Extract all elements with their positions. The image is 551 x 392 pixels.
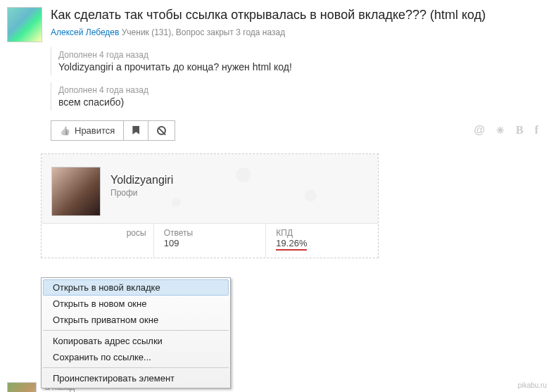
addendum-text: всем спасибо)	[58, 96, 538, 108]
profile-hover-card: Yoldizyangiri Профи росы Ответы 109 КПД …	[41, 153, 379, 258]
context-menu-item-save-link[interactable]: Сохранить по ссылке...	[43, 349, 229, 365]
context-menu-item-inspect[interactable]: Проинспектировать элемент	[43, 370, 229, 386]
profile-stat-kpd: КПД 19.26%	[266, 224, 378, 258]
question-author-link[interactable]: Алексей Лебедев	[51, 27, 119, 37]
block-button[interactable]	[148, 120, 175, 141]
context-menu-item-open-new-tab[interactable]: Открыть в новой вкладке	[43, 279, 229, 296]
addendum-text: Yoldizyangiri а прочитать до конца? нуже…	[58, 61, 538, 72]
stat-value	[51, 238, 146, 248]
addendum: Дополнен 4 года назад всем спасибо)	[51, 82, 538, 110]
addendum-timestamp: Дополнен 4 года назад	[58, 50, 538, 60]
thumb-up-icon	[60, 125, 70, 136]
context-menu-item-copy-link[interactable]: Копировать адрес ссылки	[43, 333, 229, 349]
profile-name[interactable]: Yoldizyangiri	[110, 174, 173, 186]
answer-author-avatar[interactable]	[7, 382, 37, 393]
share-bar	[474, 124, 538, 137]
stat-label: Ответы	[164, 228, 259, 238]
profile-avatar[interactable]	[51, 167, 101, 216]
ban-icon	[157, 126, 166, 135]
menu-separator	[43, 367, 229, 368]
addendum-timestamp: Дополнен 4 года назад	[58, 85, 538, 95]
bookmark-icon	[132, 126, 139, 134]
stat-value: 109	[164, 238, 259, 248]
question-title: Как сделать так чтобы ссылка открывалась…	[51, 7, 538, 23]
watermark: pikabu.ru	[518, 381, 547, 389]
facebook-icon[interactable]	[535, 124, 538, 137]
profile-rank: Профи	[110, 188, 173, 198]
mention-icon[interactable]	[474, 124, 485, 137]
stat-label: росы	[51, 228, 146, 238]
context-menu-item-open-new-window[interactable]: Открыть в новом окне	[43, 296, 229, 312]
addendum: Дополнен 4 года назад Yoldizyangiri а пр…	[51, 47, 538, 75]
question-author-avatar[interactable]	[7, 7, 42, 42]
question-author-meta: Ученик (131), Вопрос закрыт 3 года назад	[119, 27, 285, 37]
menu-separator	[43, 330, 229, 331]
like-button[interactable]: Нравится	[51, 120, 124, 141]
context-menu: Открыть в новой вкладке Открыть в новом …	[41, 277, 231, 388]
bookmark-button[interactable]	[124, 120, 148, 141]
profile-stat-hidden: росы	[42, 224, 154, 258]
odnoklassniki-icon[interactable]	[496, 124, 505, 137]
stat-value: 19.26%	[276, 238, 307, 251]
profile-stat-answers: Ответы 109	[154, 224, 267, 258]
context-menu-item-open-private[interactable]: Открыть приватном окне	[43, 312, 229, 328]
stat-label: КПД	[276, 228, 371, 238]
question-action-group: Нравится	[51, 120, 175, 141]
vkontakte-icon[interactable]	[516, 124, 524, 137]
like-label: Нравится	[75, 125, 115, 136]
question-meta: Алексей Лебедев Ученик (131), Вопрос зак…	[51, 27, 538, 37]
